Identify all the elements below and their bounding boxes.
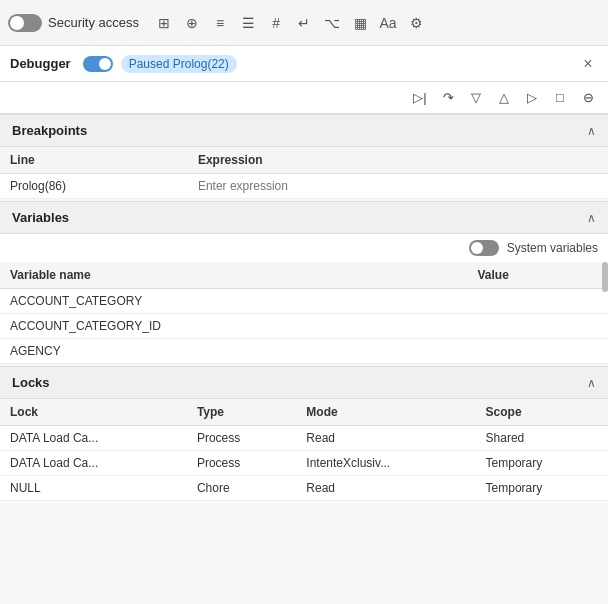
table-row: ACCOUNT_CATEGORY_ID (0, 314, 608, 339)
corner-icon[interactable]: ↵ (293, 12, 315, 34)
variables-title: Variables (12, 210, 69, 225)
lock-name: DATA Load Ca... (0, 451, 187, 476)
variables-chevron: ∧ (587, 211, 596, 225)
lock-mode: Read (296, 426, 475, 451)
security-access-label: Security access (48, 15, 139, 30)
breakpoints-col-expression: Expression (188, 147, 608, 174)
lock-scope: Shared (476, 426, 608, 451)
step-button[interactable]: ▷ (520, 86, 544, 110)
text-icon[interactable]: Aa (377, 12, 399, 34)
lock-scope: Temporary (476, 451, 608, 476)
lock-type: Process (187, 426, 296, 451)
breakpoints-col-line: Line (0, 147, 188, 174)
lock-mode: IntenteXclusiv... (296, 451, 475, 476)
settings-icon[interactable]: ⚙ (405, 12, 427, 34)
lock-scope: Temporary (476, 476, 608, 501)
stop-button[interactable]: □ (548, 86, 572, 110)
filter-icon[interactable]: ≡ (209, 12, 231, 34)
breakpoint-line: Prolog(86) (0, 174, 188, 199)
step-out-button[interactable]: △ (492, 86, 516, 110)
table-row: ACCOUNT_CATEGORY (0, 289, 608, 314)
locks-title: Locks (12, 375, 50, 390)
security-access-toggle[interactable] (8, 14, 42, 32)
variables-section: Variables ∧ System variables Variable na… (0, 201, 608, 364)
table-row: NULL Chore Read Temporary (0, 476, 608, 501)
resume-button[interactable]: ▷| (408, 86, 432, 110)
minus-button[interactable]: ⊖ (576, 86, 600, 110)
variables-col-value: Value (468, 262, 608, 289)
grid-icon[interactable]: ⊞ (153, 12, 175, 34)
variables-table: Variable name Value ACCOUNT_CATEGORY ACC… (0, 262, 608, 364)
breakpoints-chevron: ∧ (587, 124, 596, 138)
lock-name: DATA Load Ca... (0, 426, 187, 451)
locks-chevron: ∧ (587, 376, 596, 390)
locks-section-header[interactable]: Locks ∧ (0, 366, 608, 399)
variables-col-name: Variable name (0, 262, 468, 289)
variable-value (468, 339, 608, 364)
breakpoints-title: Breakpoints (12, 123, 87, 138)
breakpoints-section-header[interactable]: Breakpoints ∧ (0, 114, 608, 147)
debugger-bar: Debugger Paused Prolog(22) × (0, 46, 608, 82)
system-variables-label: System variables (507, 241, 598, 255)
debug-controls-bar: ▷| ↷ ▽ △ ▷ □ ⊖ (0, 82, 608, 114)
step-into-button[interactable]: ▽ (464, 86, 488, 110)
top-toolbar: Security access ⊞ ⊕ ≡ ☰ # ↵ ⌥ ▦ Aa ⚙ (0, 0, 608, 46)
locks-col-type: Type (187, 399, 296, 426)
close-button[interactable]: × (578, 55, 598, 73)
lock-type: Process (187, 451, 296, 476)
variable-value (468, 289, 608, 314)
debugger-toggle[interactable] (83, 56, 113, 72)
variable-name: AGENCY (0, 339, 468, 364)
debugger-label: Debugger (10, 56, 71, 71)
step-over-button[interactable]: ↷ (436, 86, 460, 110)
locks-col-scope: Scope (476, 399, 608, 426)
hash-icon[interactable]: # (265, 12, 287, 34)
system-variables-toggle[interactable] (469, 240, 499, 256)
table-row: AGENCY (0, 339, 608, 364)
locks-col-lock: Lock (0, 399, 187, 426)
table-row: Prolog(86) (0, 174, 608, 199)
locks-col-mode: Mode (296, 399, 475, 426)
variables-toolbar: System variables (0, 234, 608, 262)
variable-name: ACCOUNT_CATEGORY (0, 289, 468, 314)
branch-icon[interactable]: ⌥ (321, 12, 343, 34)
variable-value (468, 314, 608, 339)
locks-table: Lock Type Mode Scope DATA Load Ca... Pro… (0, 399, 608, 501)
variables-table-wrapper: Variable name Value ACCOUNT_CATEGORY ACC… (0, 262, 608, 364)
table-row: DATA Load Ca... Process Read Shared (0, 426, 608, 451)
paused-badge: Paused Prolog(22) (121, 55, 237, 73)
expression-input[interactable] (198, 179, 598, 193)
main-content: Breakpoints ∧ Line Expression Prolog(86) (0, 114, 608, 604)
breakpoints-section: Breakpoints ∧ Line Expression Prolog(86) (0, 114, 608, 199)
lock-type: Chore (187, 476, 296, 501)
table-icon[interactable]: ▦ (349, 12, 371, 34)
breakpoints-table: Line Expression Prolog(86) (0, 147, 608, 199)
variable-name: ACCOUNT_CATEGORY_ID (0, 314, 468, 339)
locks-section: Locks ∧ Lock Type Mode Scope DATA Load C… (0, 366, 608, 501)
breakpoint-expression-cell[interactable] (188, 174, 608, 199)
list-icon[interactable]: ☰ (237, 12, 259, 34)
table-row: DATA Load Ca... Process IntenteXclusiv..… (0, 451, 608, 476)
lock-name: NULL (0, 476, 187, 501)
variables-section-header[interactable]: Variables ∧ (0, 201, 608, 234)
lock-mode: Read (296, 476, 475, 501)
globe-icon[interactable]: ⊕ (181, 12, 203, 34)
